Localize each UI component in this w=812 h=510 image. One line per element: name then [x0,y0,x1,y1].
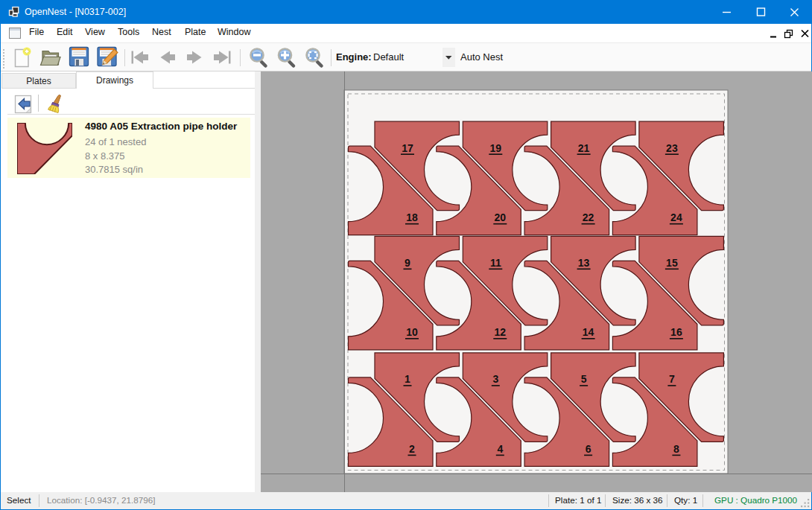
svg-text:17: 17 [402,142,413,154]
svg-text:10: 10 [406,326,418,338]
svg-text:11: 11 [490,257,501,269]
svg-text:1: 1 [405,373,410,385]
svg-text:14: 14 [583,326,594,338]
svg-text:12: 12 [495,326,507,338]
svg-text:24: 24 [670,211,682,223]
svg-text:18: 18 [406,211,418,223]
svg-text:9: 9 [405,257,410,269]
svg-text:22: 22 [583,211,594,223]
svg-text:13: 13 [578,257,590,269]
svg-text:6: 6 [586,443,591,455]
svg-text:21: 21 [578,142,590,154]
svg-text:20: 20 [495,211,507,223]
svg-text:16: 16 [670,326,682,338]
svg-text:4: 4 [497,443,503,455]
svg-text:5: 5 [581,373,587,385]
svg-text:19: 19 [490,142,502,154]
svg-text:3: 3 [492,373,498,385]
svg-text:7: 7 [669,373,675,385]
svg-text:2: 2 [409,443,415,455]
svg-text:8: 8 [673,443,679,455]
svg-text:15: 15 [666,257,678,269]
svg-text:23: 23 [666,142,678,154]
